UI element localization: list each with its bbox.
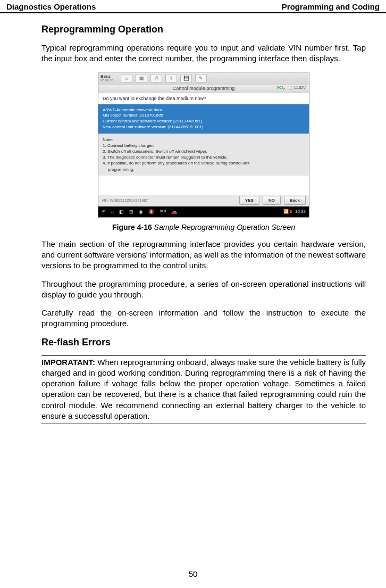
section-title-reprogramming: Reprogramming Operation [41, 24, 366, 35]
content-area: Reprogramming Operation Typical reprogra… [0, 13, 386, 429]
wifi-icon: 📶 [283, 209, 289, 214]
section2-para1: The main section of the reprogramming in… [41, 239, 366, 271]
battery-icon: ▮ [290, 209, 292, 214]
home-nav-icon[interactable]: ⌂ [111, 209, 114, 214]
ss-top-bar: Benz V0.90.55 ⌂ ▦ ⎙ ? 💾 ✎ [98, 72, 309, 84]
section2-para3: Carefully read the on-screen information… [41, 308, 366, 329]
ss-title: Control module programming [173, 86, 235, 91]
ss-gap [98, 176, 309, 195]
ss-vci-status: VCI✔ 📋 11.82V [276, 86, 306, 90]
figure-caption: Figure 4-16 Sample Reprogramming Operati… [41, 223, 366, 231]
print-icon[interactable]: ⎙ [150, 74, 162, 82]
camera-icon[interactable]: ◉ [139, 209, 143, 214]
ss-brand: Benz V0.90.55 [100, 74, 113, 82]
important-label: IMPORATANT: [41, 358, 95, 367]
ss-white-area: Do you want to exchange the data medium … [98, 93, 309, 206]
speaker-icon[interactable]: 🔇 [148, 209, 154, 214]
figure-label: Figure 4-16 [112, 223, 152, 231]
windows-icon[interactable]: ⊞ [129, 209, 133, 214]
blue-l2: MB object number: 2118701685 [103, 113, 305, 119]
ss-version: V0.90.55 [100, 79, 113, 82]
blue-l4: New control unit software version: [2114… [103, 125, 305, 130]
vci-nav-icon[interactable]: VCI [160, 209, 166, 214]
vci-label: VCI [276, 86, 283, 89]
save-icon[interactable]: 💾 [180, 74, 192, 82]
note-title: Note: [103, 137, 305, 143]
car-icon[interactable]: 🚗 [171, 209, 177, 214]
note2: 2. Switch off all consumers. Switch off … [103, 148, 305, 154]
ss-titlebar: Control module programming VCI✔ 📋 11.82V [98, 84, 309, 93]
header-right: Programming and Coding [282, 2, 380, 11]
header-left: Diagnostics Operations [6, 2, 96, 11]
volt-label: 📋 11.82V [288, 86, 306, 89]
edit-icon[interactable]: ✎ [195, 74, 207, 82]
blue-l3: Current control unit software version: [… [103, 119, 305, 125]
page-header: Diagnostics Operations Programming and C… [0, 0, 386, 13]
vin-label: VIN: WDB2112201A321987 [102, 198, 148, 202]
ss-bottom-nav: ↶ ⌂ ◧ ⊞ ◉ 🔇 VCI 🚗 📶 ▮ 10:38 [98, 206, 309, 217]
ss-time: 10:38 [295, 209, 306, 214]
yes-button[interactable]: YES [239, 196, 259, 205]
section2-para2: Throughout the programming procedure, a … [41, 279, 366, 301]
note1: 1. Connect battery charger. [103, 143, 305, 148]
ss-bottom-icons: ↶ ⌂ ◧ ⊞ ◉ 🔇 VCI 🚗 [102, 209, 177, 214]
no-button[interactable]: NO [263, 196, 281, 205]
ss-btns: YES NO Back [239, 196, 306, 205]
ss-vin-row: VIN: WDB2112201A321987 YES NO Back [98, 195, 309, 206]
section-title-reflash: Re-flash Errors [41, 337, 366, 348]
important-text: IMPORATANT: When reprogramming onboard, … [41, 357, 366, 422]
grid-icon[interactable]: ▦ [136, 74, 147, 82]
blue-l1: ARWT-Automatic rear-end door [103, 107, 305, 113]
figure-wrap: Benz V0.90.55 ⌂ ▦ ⎙ ? 💾 ✎ Control module… [41, 72, 366, 231]
note4b: programming. [103, 167, 305, 172]
ss-brand-label: Benz [100, 74, 111, 79]
ss-question: Do you want to exchange the data medium … [98, 93, 309, 104]
help-icon[interactable]: ? [165, 74, 177, 82]
ss-note: Note: 1. Connect battery charger. 2. Swi… [98, 134, 309, 176]
home-icon[interactable]: ⌂ [121, 74, 132, 82]
page-number: 50 [0, 569, 386, 578]
ss-toolbar: ⌂ ▦ ⎙ ? 💾 ✎ [121, 74, 207, 82]
recent-nav-icon[interactable]: ◧ [119, 209, 124, 214]
ss-bottom-right: 📶 ▮ 10:38 [283, 209, 306, 214]
note3: 3. The diagnostic connector must remain … [103, 154, 305, 160]
section1-para1: Typical reprogramming operations require… [41, 43, 366, 64]
embedded-screenshot: Benz V0.90.55 ⌂ ▦ ⎙ ? 💾 ✎ Control module… [98, 72, 309, 218]
note4: 4. If possible, do not perform any proce… [103, 160, 305, 166]
ss-bluebox: ARWT-Automatic rear-end door MB object n… [98, 104, 309, 134]
important-block: IMPORATANT: When reprogramming onboard, … [41, 355, 366, 425]
important-body: When reprogramming onboard, always make … [41, 358, 366, 420]
figure-text: Sample Reprogramming Operation Screen [152, 223, 295, 231]
back-button[interactable]: Back [284, 196, 306, 205]
back-nav-icon[interactable]: ↶ [102, 209, 106, 214]
